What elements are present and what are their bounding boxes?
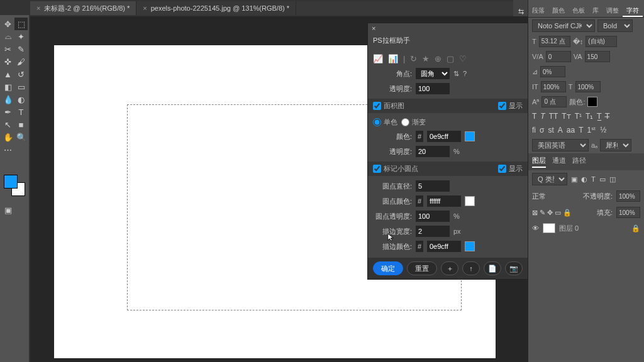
star-icon[interactable]: ★ [422, 54, 430, 63]
shape-tool[interactable]: ■ [14, 118, 28, 131]
updown-icon[interactable]: ⇅ [453, 70, 459, 78]
dot-opacity-input[interactable] [416, 211, 450, 222]
crop-tool[interactable]: ✂ [1, 43, 14, 55]
confirm-button[interactable]: 确定 [373, 261, 403, 275]
area-toggle[interactable] [373, 102, 381, 110]
underline-icon[interactable]: T̲ [597, 112, 601, 121]
fg-color[interactable] [4, 175, 18, 189]
font-select[interactable]: Noto Serif CJK SC [532, 19, 595, 32]
font-size[interactable] [539, 36, 570, 47]
tracking-input[interactable] [585, 51, 610, 62]
stroke-width-input[interactable] [416, 226, 450, 237]
brush-tool[interactable]: 🖌 [14, 55, 28, 68]
close-icon[interactable]: × [36, 4, 40, 12]
eraser-tool[interactable]: ◧ [1, 80, 14, 93]
dot-color-input[interactable] [427, 195, 461, 207]
weight-select[interactable]: Bold [597, 19, 633, 32]
refresh-icon[interactable]: ↻ [410, 54, 417, 63]
lock-icon[interactable]: 🔒 [631, 224, 640, 233]
doc-tab-1[interactable]: ×未标题-2 @ 216%(RGB/8) * [30, 1, 136, 15]
tab-swatches[interactable]: 色板 [569, 4, 589, 17]
bar-chart-icon[interactable]: 📊 [388, 54, 398, 63]
vscale[interactable] [541, 81, 566, 92]
marker-toggle[interactable] [373, 165, 381, 173]
visibility-icon[interactable]: 👁 [532, 224, 539, 232]
eyedropper-tool[interactable]: ✎ [14, 43, 28, 55]
dot-color-swatch[interactable] [465, 196, 475, 206]
globe-icon[interactable]: ⊕ [435, 54, 441, 63]
tab-layers[interactable]: 图层 [532, 156, 546, 168]
area-color-swatch[interactable] [465, 131, 475, 141]
zoom-tool[interactable]: 🔍 [14, 131, 28, 143]
gradient-radio[interactable] [401, 118, 409, 126]
tab-libraries[interactable]: 库 [589, 4, 602, 17]
marquee-tool[interactable]: ⬚ [14, 18, 28, 30]
tab-channels[interactable]: 通道 [552, 156, 566, 168]
tab-color[interactable]: 颜色 [548, 4, 569, 17]
leading[interactable] [586, 36, 617, 47]
area-opacity-input[interactable] [416, 146, 450, 157]
solid-radio[interactable] [373, 118, 381, 126]
quickmask-tool[interactable]: ▣ [1, 204, 14, 216]
tab-character[interactable]: 字符 [623, 4, 643, 17]
tab-paths[interactable]: 路径 [572, 156, 586, 168]
up-button[interactable]: ↑ [462, 261, 480, 275]
type-tool[interactable]: T [14, 106, 28, 118]
opacity-input[interactable] [416, 83, 450, 94]
history-brush[interactable]: ↺ [14, 68, 28, 80]
hand-tool[interactable]: ✋ [1, 131, 14, 143]
filter-adjust-icon[interactable]: ◐ [581, 175, 587, 184]
corner-select[interactable]: 圆角 [416, 68, 450, 79]
area-show[interactable] [498, 102, 506, 110]
color-swatches[interactable] [1, 175, 28, 200]
layer-kind[interactable]: Q 类型 [532, 173, 567, 185]
area-color-input[interactable] [427, 131, 461, 142]
bold-icon[interactable]: T [532, 112, 536, 121]
allcaps-icon[interactable]: TT [549, 112, 558, 121]
file-button[interactable]: 📄 [484, 261, 501, 275]
scale-input[interactable] [540, 66, 565, 77]
heart-icon[interactable]: ♡ [459, 54, 467, 63]
plugin-close[interactable]: × [368, 23, 379, 33]
tab-paragraph[interactable]: 段落 [528, 4, 548, 17]
close-icon[interactable]: × [143, 4, 147, 12]
va-input[interactable] [546, 51, 571, 62]
reset-button[interactable]: 重置 [407, 261, 437, 275]
heal-tool[interactable]: ✜ [1, 55, 14, 68]
filter-type-icon[interactable]: T [591, 175, 596, 183]
square-icon[interactable]: ▢ [447, 54, 454, 63]
sub-icon[interactable]: T₁ [586, 112, 593, 121]
tab-adjust[interactable]: 调整 [602, 4, 623, 17]
italic-icon[interactable]: T [540, 112, 545, 121]
pen-tool[interactable]: ✒ [1, 106, 14, 118]
dodge-tool[interactable]: ◐ [14, 93, 28, 106]
filter-shape-icon[interactable]: ▭ [599, 175, 606, 184]
lang-select[interactable]: 美国英语 [532, 139, 589, 151]
filter-smart-icon[interactable]: ◫ [609, 175, 616, 184]
layer-fill[interactable] [616, 207, 640, 218]
aa-select[interactable]: 犀利 [600, 139, 631, 151]
layer-row[interactable]: 👁 图层 0 🔒 [528, 221, 644, 236]
more-tool[interactable]: ⋯ [1, 143, 14, 156]
doc-tab-2[interactable]: ×pexels-photo-2225145.jpg @ 131%(RGB/8) … [136, 1, 296, 15]
layer-opacity[interactable] [616, 190, 640, 202]
stamp-tool[interactable]: ▲ [1, 68, 14, 80]
blur-tool[interactable]: 💧 [1, 93, 14, 106]
wand-tool[interactable]: ✦ [14, 30, 28, 43]
help-icon[interactable]: ? [463, 70, 467, 77]
stroke-color-swatch[interactable] [465, 241, 475, 251]
lock-icons[interactable]: ⊠ ✎ ✥ ▭ 🔒 [532, 209, 572, 217]
hscale[interactable] [575, 81, 601, 92]
dot-radius-input[interactable] [416, 180, 450, 192]
stroke-color-input[interactable] [427, 241, 461, 252]
strike-icon[interactable]: T̶ [605, 112, 609, 121]
super-icon[interactable]: T¹ [575, 112, 582, 121]
layer-thumb[interactable] [543, 223, 555, 233]
lasso-tool[interactable]: ⌓ [1, 30, 14, 43]
line-chart-icon[interactable]: 📈 [373, 54, 383, 63]
filter-image-icon[interactable]: ▣ [571, 175, 577, 184]
text-color-swatch[interactable] [587, 97, 597, 107]
smallcaps-icon[interactable]: Tᴛ [562, 112, 570, 121]
camera-button[interactable]: 📷 [505, 261, 523, 275]
layer-name[interactable]: 图层 0 [559, 224, 579, 233]
